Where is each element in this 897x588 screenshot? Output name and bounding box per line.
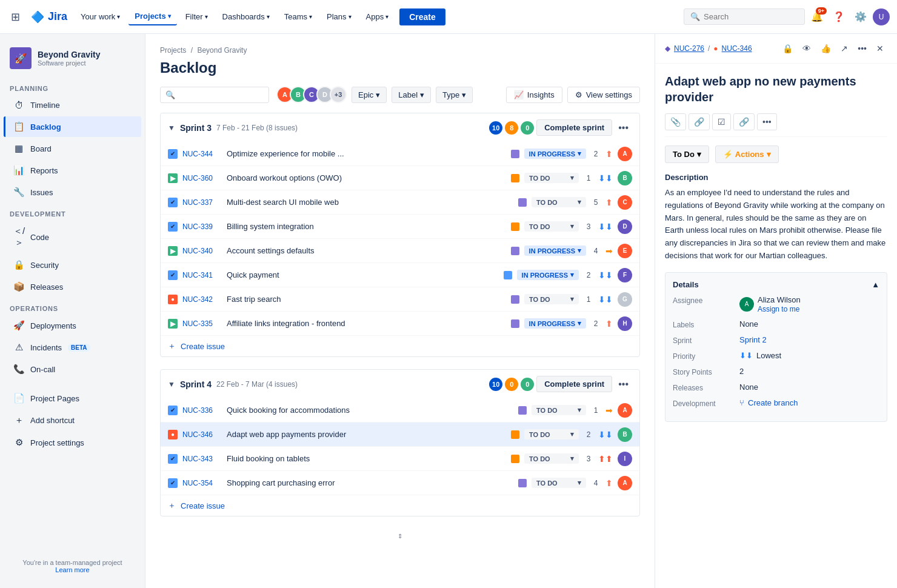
sidebar-item-incidents[interactable]: ⚠ Incidents BETA (4, 337, 141, 358)
parent-ref-link[interactable]: NUC-276 (674, 44, 704, 53)
detail-header-actions: 🔒 👁 👍 ↗ ••• ✕ (779, 41, 887, 56)
label-filter[interactable]: Label ▾ (392, 87, 431, 103)
sidebar-item-security[interactable]: 🔒 Security (4, 255, 141, 275)
child-issues-button[interactable]: 🔗 (689, 113, 710, 130)
link-button[interactable]: 🔗 (733, 113, 755, 130)
sprint-3-more-btn[interactable]: ••• (615, 120, 632, 136)
issue-row[interactable]: ✔ NUC-337 Multi-dest search UI mobile we… (161, 190, 639, 215)
insights-button[interactable]: 📈 Insights (506, 87, 562, 103)
sidebar-item-project-settings[interactable]: ⚙ Project settings (4, 432, 141, 453)
actions-button[interactable]: ⚡ Actions ▾ (715, 145, 779, 163)
more-tools-btn[interactable]: ••• (757, 113, 777, 130)
status-badge[interactable]: TO DO ▾ (532, 197, 586, 207)
sidebar-item-board[interactable]: ▦ Board (4, 138, 141, 159)
breadcrumb-projects[interactable]: Projects (160, 46, 186, 55)
notifications-button[interactable]: 🔔 9+ (807, 7, 827, 26)
grid-icon[interactable]: ⊞ (7, 7, 24, 27)
sidebar-item-oncall[interactable]: 📞 On-call (4, 359, 141, 379)
issue-row[interactable]: ▶ NUC-340 Account settings defaults IN P… (161, 239, 639, 263)
sprint-3-header[interactable]: ▼ Sprint 3 7 Feb - 21 Feb (8 issues) 10 … (161, 113, 639, 142)
issue-key: NUC-339 (182, 222, 222, 231)
issue-row[interactable]: ✔ NUC-336 Quick booking for accommodatio… (161, 398, 639, 423)
issue-row[interactable]: ▶ NUC-335 Affiliate links integration - … (161, 312, 639, 336)
nav-teams[interactable]: Teams ▾ (278, 8, 318, 25)
status-badge[interactable]: TO DO ▾ (524, 453, 579, 464)
footer-link[interactable]: Learn more (55, 566, 89, 573)
like-button[interactable]: 👍 (817, 41, 835, 56)
sidebar-item-issues[interactable]: 🔧 Issues (4, 182, 141, 202)
issue-row[interactable]: ✔ NUC-354 Shopping cart purchasing error… (161, 471, 639, 495)
help-button[interactable]: ❓ (829, 7, 849, 26)
search-input[interactable] (704, 12, 789, 21)
detail-more-btn[interactable]: ••• (854, 41, 870, 56)
nav-projects[interactable]: Projects ▾ (128, 8, 176, 25)
assignee-name: Aliza Wilson (758, 295, 801, 304)
close-button[interactable]: ✕ (873, 41, 887, 56)
type-filter[interactable]: Type ▾ (436, 87, 473, 103)
sidebar-item-timeline[interactable]: ⏱ Timeline (4, 95, 141, 115)
sprint-4-more-btn[interactable]: ••• (615, 376, 632, 392)
lock-button[interactable]: 🔒 (779, 41, 796, 56)
status-badge[interactable]: IN PROGRESS ▾ (517, 270, 579, 280)
backlog-search[interactable]: 🔍 (160, 87, 269, 103)
watch-button[interactable]: 👁 (799, 41, 815, 56)
sprint-4-header[interactable]: ▼ Sprint 4 22 Feb - 7 Mar (4 issues) 10 … (161, 370, 639, 398)
sidebar-item-deployments[interactable]: 🚀 Deployments (4, 315, 141, 336)
sidebar-item-add-shortcut[interactable]: ＋ Add shortcut (4, 410, 141, 431)
nav-dashboards[interactable]: Dashboards ▾ (216, 8, 276, 25)
sidebar-item-reports[interactable]: 📊 Reports (4, 160, 141, 181)
status-badge[interactable]: TO DO ▾ (524, 429, 579, 439)
share-button[interactable]: ↗ (837, 41, 852, 56)
create-branch-link[interactable]: Create branch (748, 398, 798, 407)
status-badge[interactable]: TO DO ▾ (524, 173, 579, 183)
status-badge[interactable]: TO DO ▾ (532, 478, 586, 488)
nav-yourwork[interactable]: Your work ▾ (75, 8, 126, 25)
resize-handle[interactable]: ⇕ (160, 529, 640, 543)
sprint-3-toggle[interactable]: ▼ (168, 124, 175, 132)
sprint-link[interactable]: Sprint 2 (739, 335, 767, 344)
search-bar[interactable]: 🔍 (684, 8, 805, 25)
nav-filter[interactable]: Filter ▾ (179, 8, 214, 25)
issue-row[interactable]: ✔ NUC-344 Optimize experience for mobile… (161, 142, 639, 166)
issue-row[interactable]: ✔ NUC-339 Billing system integration TO … (161, 215, 639, 239)
sprint-4-create-issue[interactable]: ＋ Create issue (161, 495, 639, 516)
issue-row[interactable]: ▶ NUC-360 Onboard workout options (OWO) … (161, 166, 639, 190)
status-badge[interactable]: TO DO ▾ (524, 221, 579, 232)
backlog-search-input[interactable] (179, 90, 264, 99)
details-card-header[interactable]: Details ▲ (673, 280, 879, 289)
sprint-4-complete-btn[interactable]: Complete sprint (536, 376, 612, 392)
jira-logo[interactable]: 🔷 Jira (26, 10, 72, 24)
issue-row[interactable]: ✔ NUC-343 Fluid booking on tablets TO DO… (161, 447, 639, 471)
sidebar-item-project-pages[interactable]: 📄 Project Pages (4, 388, 141, 409)
main-content: Projects / Beyond Gravity Backlog 🔍 A B … (145, 34, 897, 588)
sprint-3-complete-btn[interactable]: Complete sprint (536, 119, 612, 136)
attach-button[interactable]: 📎 (665, 113, 686, 130)
status-badge[interactable]: IN PROGRESS ▾ (524, 318, 586, 329)
create-button[interactable]: Create (399, 8, 445, 25)
sidebar-item-label: Board (30, 144, 52, 153)
status-badge[interactable]: TO DO ▾ (532, 405, 586, 415)
status-badge[interactable]: TO DO ▾ (524, 294, 579, 304)
nav-plans[interactable]: Plans ▾ (321, 8, 358, 25)
user-avatar[interactable]: U (873, 8, 890, 25)
issue-row[interactable]: ● NUC-346 Adapt web app payments provide… (161, 423, 639, 447)
status-badge[interactable]: IN PROGRESS ▾ (524, 246, 586, 256)
checklist-button[interactable]: ☑ (712, 113, 731, 130)
issue-row[interactable]: ✔ NUC-341 Quick payment IN PROGRESS ▾ 2 … (161, 263, 639, 287)
issue-ref-link[interactable]: NUC-346 (722, 44, 752, 53)
view-settings-button[interactable]: ⚙ View settings (567, 87, 640, 103)
status-badge[interactable]: IN PROGRESS ▾ (524, 149, 586, 159)
sidebar-item-releases[interactable]: 📦 Releases (4, 276, 141, 297)
sprint-3-create-issue[interactable]: ＋ Create issue (161, 336, 639, 356)
epic-filter[interactable]: Epic ▾ (352, 87, 387, 103)
sidebar-item-backlog[interactable]: 📋 Backlog (4, 116, 141, 137)
breadcrumb-project[interactable]: Beyond Gravity (197, 46, 247, 55)
settings-button[interactable]: ⚙️ (851, 7, 870, 26)
nav-apps[interactable]: Apps ▾ (360, 8, 395, 25)
avatar-more[interactable]: +3 (330, 86, 347, 103)
sprint-4-toggle[interactable]: ▼ (168, 380, 175, 389)
assign-to-me-link[interactable]: Assign to me (758, 305, 799, 313)
issue-row[interactable]: ● NUC-342 Fast trip search TO DO ▾ 1 ⬇⬇ … (161, 287, 639, 312)
status-button[interactable]: To Do ▾ (665, 145, 709, 163)
sidebar-item-code[interactable]: ＜/＞ Code (4, 221, 141, 253)
